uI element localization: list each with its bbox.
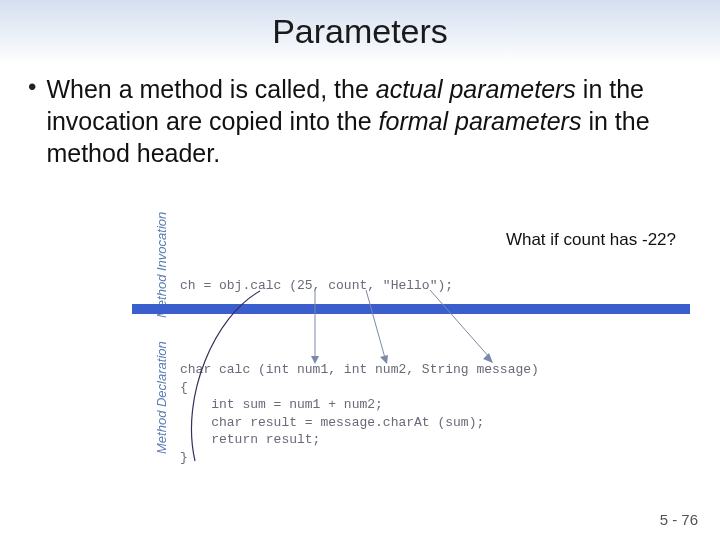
bullet-text: When a method is called, the actual para… (46, 73, 692, 169)
arrow-2 (366, 290, 385, 358)
bullet-dot: • (28, 73, 36, 102)
slide-title: Parameters (0, 0, 720, 51)
bullet-em2: formal parameters (379, 107, 582, 135)
page-number: 5 - 76 (660, 511, 698, 528)
bullet-block: • When a method is called, the actual pa… (0, 51, 720, 169)
label-declaration: Method Declaration (154, 341, 169, 454)
code-figure: Method Invocation Method Declaration ch … (120, 256, 690, 476)
bullet-item: • When a method is called, the actual pa… (28, 73, 692, 169)
annotation-text: What if count has -22? (506, 230, 676, 250)
label-invocation: Method Invocation (154, 212, 169, 318)
arrow-3 (430, 290, 490, 358)
bullet-pre: When a method is called, the (46, 75, 375, 103)
bullet-em1: actual parameters (376, 75, 576, 103)
divider-bar (132, 304, 690, 314)
code-invocation: ch = obj.calc (25, count, "Hello"); (180, 278, 453, 293)
code-declaration: char calc (int num1, int num2, String me… (180, 361, 539, 466)
